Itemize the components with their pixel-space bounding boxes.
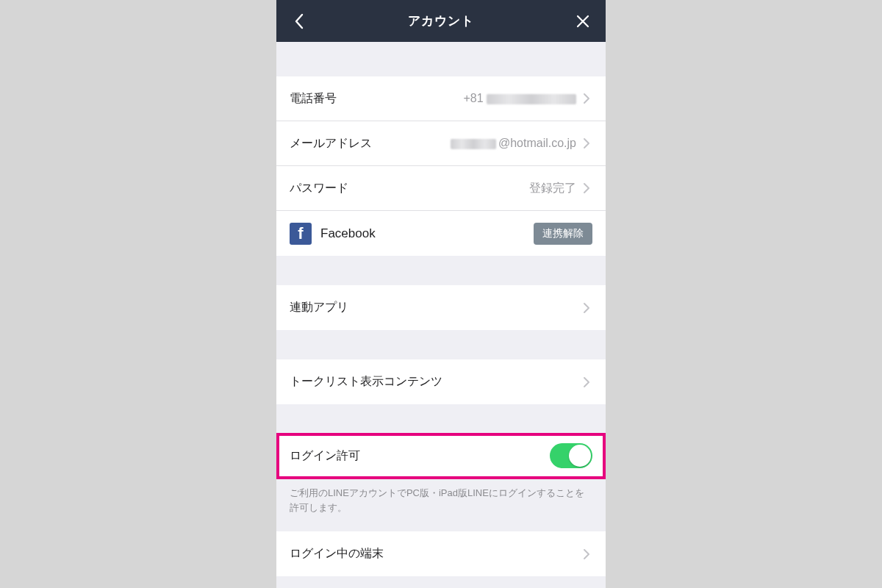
chevron-right-icon (581, 302, 592, 314)
row-talk-list[interactable]: トークリスト表示コンテンツ (276, 359, 606, 404)
login-allow-description: ご利用のLINEアカウントでPC版・iPad版LINEにログインすることを許可し… (276, 478, 606, 515)
close-button[interactable] (573, 12, 592, 31)
chevron-right-icon (581, 182, 592, 194)
row-login-allow-label: ログイン許可 (290, 448, 360, 464)
row-email[interactable]: メールアドレス @hotmail.co.jp (276, 121, 606, 166)
row-password[interactable]: パスワード 登録完了 (276, 166, 606, 211)
account-settings-screen: アカウント 電話番号 +81 メールアドレス @hotmail.co.jp (276, 0, 606, 588)
page-title: アカウント (408, 12, 474, 29)
row-phone[interactable]: 電話番号 +81 (276, 76, 606, 121)
row-email-label: メールアドレス (290, 136, 372, 151)
logged-devices-group: ログイン中の端末 (276, 531, 606, 576)
chevron-right-icon (581, 376, 592, 388)
navbar: アカウント (276, 0, 606, 42)
row-email-value: @hotmail.co.jp (451, 137, 576, 150)
chevron-left-icon (294, 13, 304, 29)
linked-apps-group: 連動アプリ (276, 285, 606, 330)
chevron-right-icon (581, 93, 592, 104)
close-icon (576, 14, 590, 29)
row-phone-value: +81 (463, 92, 576, 105)
row-logged-devices-label: ログイン中の端末 (290, 546, 384, 562)
email-domain: @hotmail.co.jp (498, 137, 576, 149)
chevron-right-icon (581, 137, 592, 149)
row-logged-devices[interactable]: ログイン中の端末 (276, 531, 606, 576)
row-facebook-label: Facebook (320, 226, 376, 241)
row-password-value: 登録完了 (529, 181, 576, 196)
row-linked-apps[interactable]: 連動アプリ (276, 285, 606, 330)
facebook-unlink-button[interactable]: 連携解除 (534, 223, 592, 245)
row-linked-apps-label: 連動アプリ (290, 300, 348, 315)
redacted-email-user (451, 139, 496, 149)
chevron-right-icon (581, 548, 592, 560)
login-allow-toggle[interactable] (550, 443, 592, 468)
row-password-label: パスワード (290, 181, 348, 196)
facebook-icon: f (290, 223, 312, 245)
redacted-phone (487, 94, 576, 104)
back-button[interactable] (290, 12, 309, 31)
row-talk-list-label: トークリスト表示コンテンツ (290, 374, 442, 390)
talk-list-group: トークリスト表示コンテンツ (276, 359, 606, 404)
phone-prefix: +81 (463, 92, 483, 104)
row-phone-label: 電話番号 (290, 91, 337, 107)
row-facebook: f Facebook 連携解除 (276, 211, 606, 256)
row-login-allow: ログイン許可 (276, 434, 606, 478)
login-allow-group: ログイン許可 (276, 434, 606, 478)
account-info-group: 電話番号 +81 メールアドレス @hotmail.co.jp パスワード (276, 76, 606, 256)
